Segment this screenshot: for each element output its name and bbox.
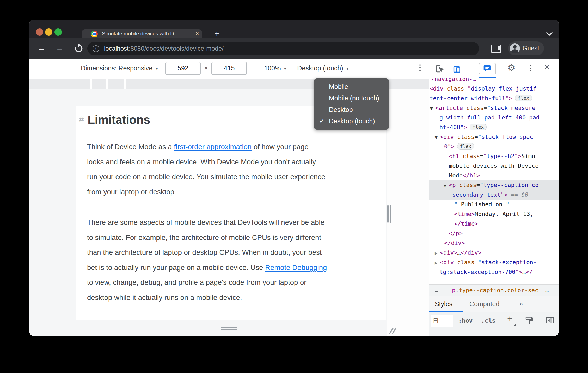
viewport-width-input[interactable] <box>165 62 201 75</box>
chrome-favicon-icon <box>91 31 98 37</box>
url-host: localhost <box>104 45 129 52</box>
devtools-code-line[interactable]: " Published on " <box>429 200 559 209</box>
viewport-corner-resize-handle[interactable] <box>389 327 397 334</box>
devtools-code-line[interactable]: ▼<div class="stack flow-spac <box>429 132 559 142</box>
devtools-code-line[interactable]: tent-center width-full">flex <box>429 93 559 103</box>
code-token-dollar: $0 <box>521 191 528 198</box>
element-classes-button[interactable]: .cls <box>481 315 495 327</box>
code-token-pun: = <box>476 182 480 188</box>
devtools-code-line[interactable]: ▼<p class="type--caption co <box>429 180 559 190</box>
menu-item-mobile[interactable]: Mobile <box>314 81 389 92</box>
code-token-badge: flex <box>457 143 474 150</box>
breadcrumb-selected-node[interactable]: p.type--caption.color-sec <box>452 285 538 296</box>
new-tab-button[interactable]: + <box>212 29 222 39</box>
new-style-rule-button[interactable]: + <box>507 314 512 324</box>
device-toolbar-menu-icon[interactable] <box>419 64 421 72</box>
zoom-select[interactable]: 100%▼ <box>264 64 287 72</box>
devtools-code-line[interactable]: <time>Monday, April 13, <box>429 209 559 219</box>
menu-item-label: Mobile <box>329 83 348 90</box>
paint-roller-icon[interactable] <box>525 316 534 326</box>
expand-arrow-open-icon[interactable]: ▼ <box>444 181 449 191</box>
devtools-code-line[interactable]: </p> <box>429 228 559 238</box>
code-token-tag: </time> <box>454 220 478 227</box>
menu-item-desktop-touch[interactable]: ✓Desktop (touch) <box>314 115 389 127</box>
expand-arrow-collapsed-icon[interactable]: ▶ <box>435 249 440 258</box>
inspect-element-icon[interactable] <box>435 64 445 74</box>
viewport-height-drag-handle[interactable] <box>221 327 237 330</box>
code-token-tag: /navigation-… <box>431 78 476 82</box>
paragraph-text: bet is to actually run your page on a mo… <box>87 263 265 272</box>
tab-styles[interactable]: Styles <box>435 296 452 312</box>
menu-item-desktop[interactable]: Desktop <box>314 104 389 115</box>
strip-segment <box>108 79 124 89</box>
breadcrumb-overflow-right[interactable]: … <box>545 285 549 296</box>
expand-arrow-collapsed-icon[interactable]: ▶ <box>435 258 440 268</box>
browser-tab[interactable]: Simulate mobile devices with D × <box>82 29 202 38</box>
paragraph-text: to view, change, debug, and profile a pa… <box>87 278 307 286</box>
tab-close-icon[interactable]: × <box>195 29 199 38</box>
devtools-code-line[interactable]: </time> <box>429 219 559 228</box>
messages-tab-button[interactable] <box>479 63 496 74</box>
devtools-code-line[interactable]: lg:stack-exception-700">…</ <box>429 267 559 277</box>
devtools-code-line[interactable]: Mode</h1> <box>429 171 559 180</box>
chevron-down-icon: ▼ <box>346 67 349 71</box>
traffic-light-zoom-button[interactable] <box>54 28 62 36</box>
styles-filter-input[interactable]: Fi <box>431 315 453 327</box>
code-token-pln <box>459 153 463 159</box>
dimensions-select[interactable]: Dimensions: Responsive▼ <box>81 64 158 72</box>
devtools-code-line[interactable]: <div class="display-flex justif <box>429 84 559 93</box>
devtools-code-line[interactable]: <h1 class="type--h2">Simu <box>429 151 559 161</box>
code-token-val: "type--caption co <box>480 182 538 188</box>
reload-button[interactable] <box>73 43 84 54</box>
devtools-menu-icon[interactable] <box>530 65 532 73</box>
code-token-val: "stack flow-spac <box>478 134 533 140</box>
code-token-tag: <time> <box>454 211 475 217</box>
devtools-code-line[interactable]: </div> <box>429 238 559 248</box>
device-type-menu: MobileMobile (no touch)Desktop✓Desktop (… <box>314 78 389 130</box>
site-info-icon[interactable]: i <box>93 45 99 52</box>
strip-segment <box>92 79 106 89</box>
devtools-code-line[interactable]: mobile devices with Device <box>429 161 559 171</box>
expand-arrow-open-icon[interactable]: ▼ <box>430 104 435 113</box>
devtools-code-line[interactable]: 0">flex <box>429 142 559 151</box>
expand-arrow-open-icon[interactable]: ▼ <box>435 133 440 142</box>
settings-gear-icon[interactable]: ⚙ <box>507 62 516 73</box>
profile-chip[interactable]: Guest <box>508 41 544 55</box>
toolbar-divider <box>470 64 470 73</box>
devtools-code-line[interactable]: ▶<div>…</div> <box>429 248 559 257</box>
menu-item-mobile-no-touch[interactable]: Mobile (no touch) <box>314 92 389 104</box>
code-token-pln: … <box>457 249 461 256</box>
devtools-code-line[interactable]: ▶<div class="stack-exception- <box>429 257 559 267</box>
inline-link[interactable]: Remote Debugging <box>265 263 327 272</box>
forward-button[interactable]: → <box>53 38 66 59</box>
tab-computed[interactable]: Computed <box>469 296 499 312</box>
device-toolbar-icon[interactable] <box>452 64 462 74</box>
close-devtools-icon[interactable]: × <box>544 62 549 72</box>
dock-side-panel-icon[interactable] <box>546 317 554 325</box>
breadcrumb-overflow-left[interactable]: … <box>435 285 438 296</box>
more-tabs-chevron[interactable]: » <box>519 296 522 312</box>
code-token-attr: class <box>457 134 474 140</box>
back-button[interactable]: ← <box>35 38 48 59</box>
viewport-height-input[interactable] <box>211 62 247 75</box>
menu-item-label: Desktop (touch) <box>329 117 375 125</box>
devtools-code-line[interactable]: ▼<article class="stack measure <box>429 103 559 113</box>
traffic-light-close-button[interactable] <box>36 28 43 36</box>
devtools-code-line[interactable]: g width-full pad-left-400 pad <box>429 113 559 122</box>
side-panel-icon[interactable] <box>491 45 501 53</box>
styles-filter-bar: Fi :hov .cls + <box>429 312 559 336</box>
traffic-light-minimize-button[interactable] <box>45 28 52 36</box>
code-token-tag: <article <box>435 105 463 111</box>
code-token-val: "stack-exception- <box>478 259 537 266</box>
devtools-code-line[interactable]: /navigation-… <box>429 78 559 84</box>
devtools-code-line[interactable]: ht-400">flex <box>429 122 559 132</box>
viewport-width-drag-handle[interactable] <box>387 205 391 223</box>
address-bar[interactable]: i localhost:8080/docs/devtools/device-mo… <box>87 42 479 55</box>
toggle-pseudo-classes-button[interactable]: :hov <box>458 315 473 327</box>
inline-link[interactable]: first-order approximation <box>174 143 252 151</box>
devtools-code-line[interactable]: -secondary-text"> == $0 <box>429 190 559 200</box>
tab-search-chevron-icon[interactable] <box>545 31 554 38</box>
code-token-val: -secondary-text" <box>449 191 504 198</box>
device-type-select[interactable]: Desktop (touch)▼ <box>297 64 349 72</box>
heading-anchor-hash[interactable]: # <box>79 114 84 124</box>
